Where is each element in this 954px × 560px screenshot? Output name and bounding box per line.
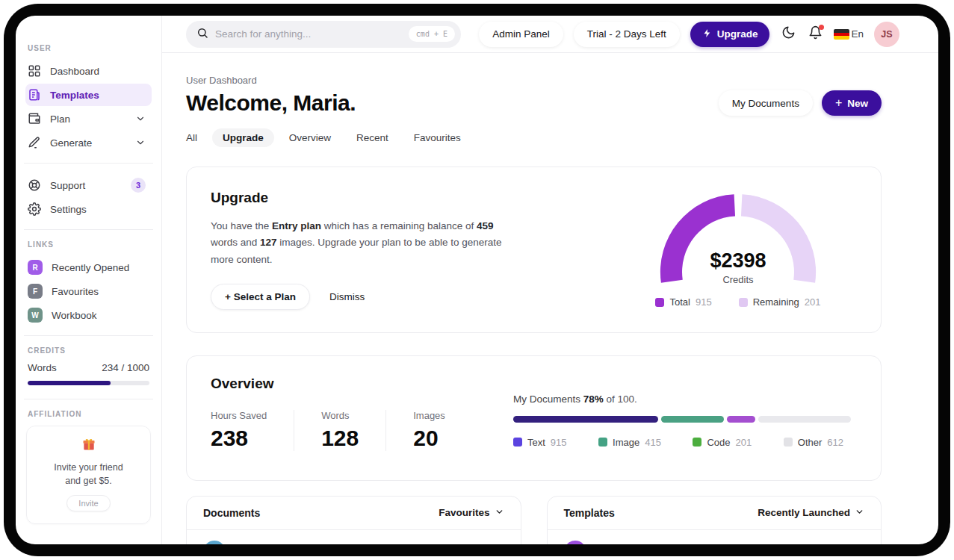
- sidebar: USER Dashboard Templates Plan: [16, 16, 162, 544]
- topbar-right: Admin Panel Trial - 2 Days Left Upgrade: [479, 22, 899, 47]
- sidebar-section-user: USER: [28, 44, 152, 52]
- legend-item-code: Code 201: [693, 437, 752, 448]
- sidebar-item-label: Settings: [50, 204, 87, 215]
- grid-icon: [28, 64, 41, 78]
- credits-label: Words: [28, 362, 57, 373]
- progress-segment-image: [661, 416, 724, 423]
- moon-icon: [781, 25, 796, 43]
- upgrade-card-left: Upgrade You have the Entry plan which ha…: [211, 190, 515, 310]
- support-badge: 3: [131, 178, 146, 193]
- overview-card-title: Overview: [211, 376, 499, 392]
- sidebar-item-label: Favourites: [52, 286, 99, 297]
- search-bar[interactable]: cmd + E: [186, 21, 461, 48]
- legend-swatch: [739, 298, 748, 307]
- progress-segment-code: [727, 416, 755, 423]
- gauge-value: $2398: [654, 249, 823, 273]
- lifebuoy-icon: [28, 178, 41, 192]
- overview-card: Overview Hours Saved 238 Words 128 Image…: [186, 355, 882, 481]
- pencil-icon: [28, 136, 41, 149]
- template-avatar: [564, 541, 586, 544]
- progress-caption: My Documents 78% of 100.: [513, 393, 851, 405]
- sidebar-section-affiliation: AFFILIATION: [28, 410, 152, 418]
- documents-filter-dropdown[interactable]: Favourites: [439, 507, 504, 519]
- tab-overview[interactable]: Overview: [289, 132, 331, 143]
- tab-upgrade[interactable]: Upgrade: [212, 128, 274, 147]
- sidebar-section-links: LINKS: [28, 240, 152, 249]
- dark-mode-toggle[interactable]: [780, 26, 796, 43]
- sidebar-item-templates[interactable]: Templates: [25, 84, 152, 106]
- progress-segment-other: [758, 416, 851, 423]
- sidebar-divider: [24, 163, 153, 164]
- upgrade-card: Upgrade You have the Entry plan which ha…: [186, 167, 882, 333]
- stacked-progress-bar: [513, 416, 851, 423]
- list-item[interactable]: Blog Post Title in Workbook: [548, 530, 882, 544]
- bolt-icon: [702, 28, 712, 40]
- chevron-down-icon: [495, 507, 504, 519]
- sidebar-item-settings[interactable]: Settings: [25, 198, 152, 220]
- gauge-center-text: $2398 Credits: [654, 249, 823, 285]
- select-plan-button[interactable]: + Select a Plan: [211, 284, 310, 310]
- language-selector[interactable]: En: [834, 28, 864, 40]
- legend-swatch: [598, 438, 607, 447]
- tab-recent[interactable]: Recent: [356, 132, 388, 143]
- upgrade-button[interactable]: Upgrade: [690, 22, 770, 47]
- wallet-icon: [28, 112, 41, 125]
- link-initial-badge: R: [28, 260, 43, 275]
- legend-item-total: Total 915: [655, 296, 711, 308]
- tab-favourites[interactable]: Favourites: [414, 132, 461, 143]
- link-initial-badge: W: [28, 308, 43, 323]
- documents-progress: My Documents 78% of 100. Text 915: [513, 376, 851, 458]
- search-input[interactable]: [215, 28, 409, 40]
- sidebar-link-favourites[interactable]: F Favourites: [25, 280, 152, 302]
- admin-panel-button[interactable]: Admin Panel: [479, 22, 563, 47]
- credits-gauge: $2398 Credits Total 915 Remaining: [654, 191, 823, 308]
- chevron-down-icon: [855, 507, 864, 519]
- notifications-button[interactable]: [807, 26, 823, 43]
- my-documents-button[interactable]: My Documents: [719, 90, 813, 116]
- sidebar-item-label: Recently Opened: [52, 262, 129, 273]
- upgrade-card-title: Upgrade: [211, 190, 515, 206]
- avatar[interactable]: JS: [874, 22, 899, 47]
- credits-progress-bar: [28, 381, 149, 385]
- sidebar-item-generate[interactable]: Generate: [25, 131, 152, 154]
- sidebar-item-label: Workbook: [52, 310, 97, 321]
- page-title: Welcome, Maria.: [186, 90, 356, 116]
- device-frame: USER Dashboard Templates Plan: [4, 4, 950, 556]
- credits-progress-fill: [28, 381, 111, 385]
- sidebar-link-recently-opened[interactable]: R Recently Opened: [25, 256, 152, 279]
- legend-item-image: Image 415: [598, 437, 661, 448]
- sidebar-item-label: Plan: [50, 113, 70, 125]
- search-shortcut: cmd + E: [409, 26, 455, 42]
- bottom-row: Documents Favourites Untitled Document i…: [186, 496, 882, 544]
- sidebar-item-label: Support: [50, 180, 85, 191]
- list-item[interactable]: Untitled Document in Workbook: [187, 530, 521, 544]
- main-area: cmd + E Admin Panel Trial - 2 Days Left …: [162, 16, 938, 544]
- sidebar-item-dashboard[interactable]: Dashboard: [25, 60, 152, 82]
- affiliation-text: Invite your friend and get $5.: [34, 461, 143, 488]
- search-icon: [196, 27, 208, 42]
- chevron-down-icon: [135, 137, 146, 148]
- templates-card: Templates Recently Launched Blog Post Ti…: [547, 496, 882, 544]
- sidebar-item-label: Dashboard: [50, 66, 99, 77]
- sidebar-item-label: Templates: [50, 90, 99, 101]
- sidebar-item-support[interactable]: Support 3: [25, 174, 152, 196]
- sidebar-section-credits: CREDITS: [28, 346, 152, 355]
- legend-item-other: Other 612: [784, 437, 843, 448]
- content: User Dashboard Welcome, Maria. My Docume…: [162, 53, 938, 544]
- trial-status-button[interactable]: Trial - 2 Days Left: [574, 22, 680, 47]
- sidebar-item-label: Generate: [50, 137, 92, 149]
- stat-hours-saved: Hours Saved 238: [211, 410, 294, 451]
- templates-filter-dropdown[interactable]: Recently Launched: [758, 507, 864, 519]
- stat-words: Words 128: [321, 410, 386, 451]
- gift-icon: [81, 441, 96, 454]
- affiliation-card: Invite your friend and get $5. Invite: [26, 426, 151, 524]
- tab-all[interactable]: All: [186, 132, 197, 143]
- sidebar-link-workbook[interactable]: W Workbook: [25, 304, 152, 326]
- legend-swatch: [513, 438, 522, 447]
- new-button[interactable]: + New: [822, 90, 882, 116]
- sidebar-item-plan[interactable]: Plan: [25, 108, 152, 130]
- dismiss-button[interactable]: Dismiss: [329, 291, 365, 302]
- invite-button[interactable]: Invite: [66, 495, 110, 511]
- upgrade-card-body: You have the Entry plan which has a rema…: [211, 218, 515, 268]
- stats-row: Hours Saved 238 Words 128 Images 20: [211, 410, 499, 451]
